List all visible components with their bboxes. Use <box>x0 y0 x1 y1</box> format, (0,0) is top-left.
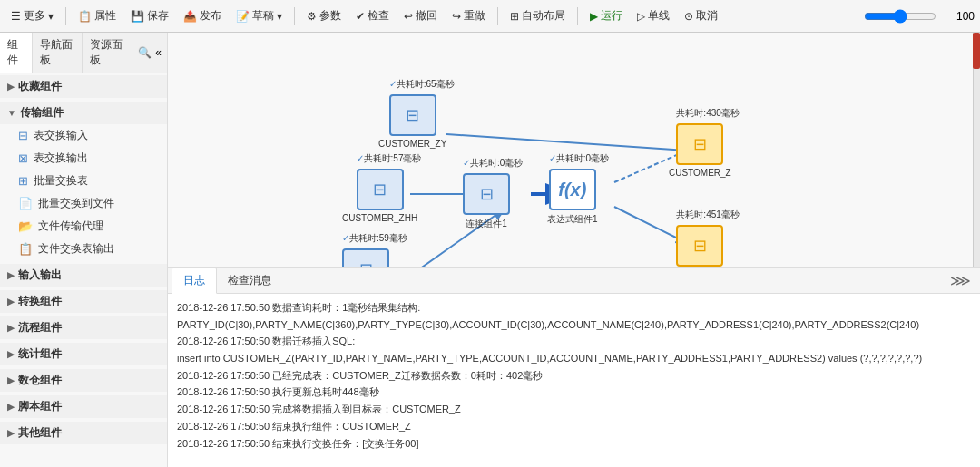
table-export-icon: ⊠ <box>18 151 28 165</box>
canvas-scrollbar[interactable] <box>973 33 980 267</box>
node-customer-3[interactable]: ✓共耗时:59毫秒 ⊟ <box>342 248 389 268</box>
item-batch-table[interactable]: ⊞ 批量交换表 <box>0 170 167 192</box>
log-line-7: 2018-12-26 17:50:50 结束执行组件：CUSTOMER_Z <box>177 418 971 435</box>
node-customer-z2[interactable]: 共耗时:451毫秒 ⊟ CUSTOMER_Z <box>669 225 731 268</box>
toolbar: ☰ 更多 ▾ 📋 属性 💾 保存 📤 发布 📝 草稿 ▾ ⚙ 参数 ✔ 检查 ↩… <box>0 0 980 33</box>
log-line-5: 2018-12-26 17:50:50 执行更新总耗时448毫秒 <box>177 384 971 401</box>
log-line-8: 2018-12-26 17:50:50 结束执行交换任务：[交换任务00] <box>177 435 971 452</box>
canvas-area[interactable]: · · · · · ✓共耗时:65毫秒 ⊟ CUSTOMER_ZY ✓共耗时:5… <box>168 33 980 268</box>
item-table-export[interactable]: ⊠ 表交换输出 <box>0 147 167 170</box>
section-stats: ▶ 统计组件 <box>0 341 167 367</box>
more-button[interactable]: ☰ 更多 ▾ <box>5 6 59 25</box>
tab-log[interactable]: 日志 <box>172 268 217 294</box>
chevron-down-icon: ▾ <box>48 10 54 23</box>
file-table-export-icon: 📋 <box>18 242 33 256</box>
log-line-3: insert into CUSTOMER_Z(PARTY_ID,PARTY_NA… <box>177 350 971 367</box>
script-header[interactable]: ▶ 脚本组件 <box>0 395 167 418</box>
check-mark: ✓ <box>389 79 397 89</box>
table-import-icon: ⊟ <box>18 129 28 142</box>
save-button[interactable]: 💾 保存 <box>125 6 174 25</box>
node-customer-z1[interactable]: 共耗时:430毫秒 ⊟ CUSTOMER_Z <box>669 123 731 178</box>
check-mark3: ✓ <box>342 233 349 243</box>
transfer-header[interactable]: ▼ 传输组件 <box>0 102 167 124</box>
undo-button[interactable]: ↩ 撤回 <box>398 6 443 25</box>
menu-icon: ☰ <box>11 10 21 23</box>
log-line-6: 2018-12-26 17:50:50 完成将数据插入到目标表：CUSTOMER… <box>177 401 971 418</box>
item-batch-file[interactable]: 📄 批量交换到文件 <box>0 192 167 215</box>
attr-button[interactable]: 📋 属性 <box>73 6 122 25</box>
node-func1[interactable]: ✓共耗时:0毫秒 f(x) 表达式组件1 <box>547 169 598 226</box>
collapse-icon[interactable]: « <box>155 46 162 59</box>
batch-file-icon: 📄 <box>18 197 33 210</box>
node-box-join1[interactable]: ⊟ <box>463 173 510 215</box>
func-box-1[interactable]: f(x) <box>549 169 596 210</box>
undo-icon: ↩ <box>404 10 413 23</box>
toolbar-right: 100 <box>864 9 975 24</box>
check-mark4: ✓ <box>463 158 470 168</box>
log-line-2: 2018-12-26 17:50:50 数据迁移插入SQL: <box>177 333 971 350</box>
label-join1: 连接组件1 <box>466 218 507 230</box>
auto-layout-button[interactable]: ⊞ 自动布局 <box>505 6 571 25</box>
tab-navigation[interactable]: 导航面板 <box>33 33 83 73</box>
left-panel: 组件 导航面板 资源面板 🔍 « ▶ 收藏组件 ▼ 传输组件 ⊟ 表交换输入 <box>0 33 168 467</box>
timing-customer-zhh: ✓共耗时:57毫秒 <box>357 152 422 165</box>
flow-header[interactable]: ▶ 流程组件 <box>0 316 167 339</box>
right-content: · · · · · ✓共耗时:65毫秒 ⊟ CUSTOMER_ZY ✓共耗时:5… <box>168 33 980 467</box>
node-box-z1[interactable]: ⊟ <box>676 123 723 165</box>
save-icon: 💾 <box>131 10 144 23</box>
node-box-3[interactable]: ⊟ <box>342 248 389 268</box>
run-button[interactable]: ▶ 运行 <box>584 6 628 25</box>
tab-components[interactable]: 组件 <box>0 33 33 73</box>
separator <box>65 7 66 25</box>
label-customer-zhh: CUSTOMER_ZHH <box>342 213 417 223</box>
node-box-zhh[interactable]: ⊟ <box>357 169 404 210</box>
dw-header[interactable]: ▶ 数仓组件 <box>0 369 167 392</box>
cancel-button[interactable]: ⊙ 取消 <box>679 6 723 25</box>
file-proxy-icon: 📂 <box>18 219 33 233</box>
tab-resources[interactable]: 资源面板 <box>83 33 132 73</box>
item-file-table-export[interactable]: 📋 文件交换表输出 <box>0 238 167 260</box>
publish-button[interactable]: 📤 发布 <box>178 6 227 25</box>
node-box-z2[interactable]: ⊟ <box>676 225 723 267</box>
node-box-zy[interactable]: ⊟ <box>389 94 436 136</box>
log-line-4: 2018-12-26 17:50:50 已经完成表：CUSTOMER_Z迁移数据… <box>177 367 971 384</box>
redo-button[interactable]: ↪ 重做 <box>446 6 491 25</box>
single-icon: ▷ <box>637 10 645 23</box>
draft-icon: 📝 <box>236 10 250 23</box>
transform-header[interactable]: ▶ 转换组件 <box>0 290 167 313</box>
arrow-down-icon: ▼ <box>7 108 16 118</box>
expand-button[interactable]: ⋙ <box>945 270 976 291</box>
tab-check-message[interactable]: 检查消息 <box>217 268 282 293</box>
section-other: ▶ 其他组件 <box>0 420 167 446</box>
item-file-proxy[interactable]: 📂 文件传输代理 <box>0 215 167 238</box>
main-layout: 组件 导航面板 资源面板 🔍 « ▶ 收藏组件 ▼ 传输组件 ⊟ 表交换输入 <box>0 33 980 467</box>
node-customer-zy[interactable]: ✓共耗时:65毫秒 ⊟ CUSTOMER_ZY <box>378 94 446 149</box>
favorites-header[interactable]: ▶ 收藏组件 <box>0 75 167 98</box>
left-tab-actions: 🔍 « <box>132 33 167 73</box>
draft-button[interactable]: 📝 草稿 ▾ <box>230 6 288 25</box>
zoom-slider[interactable] <box>864 9 936 24</box>
io-header[interactable]: ▶ 输入输出 <box>0 264 167 287</box>
check-button[interactable]: ✔ 检查 <box>350 6 395 25</box>
log-panel: 日志 检查消息 ⋙ 2018-12-26 17:50:50 数据查询耗时：1毫秒… <box>168 268 980 467</box>
item-table-import[interactable]: ⊟ 表交换输入 <box>0 124 167 147</box>
node-customer-zhh[interactable]: ✓共耗时:57毫秒 ⊟ CUSTOMER_ZHH <box>342 169 417 223</box>
single-button[interactable]: ▷ 单线 <box>632 6 675 25</box>
publish-icon: 📤 <box>183 10 197 23</box>
params-icon: ⚙ <box>307 10 317 23</box>
cancel-icon: ⊙ <box>684 10 693 23</box>
search-icon[interactable]: 🔍 <box>138 46 152 59</box>
scrollbar-indicator <box>973 33 980 69</box>
transform-arrow-icon: ▶ <box>7 297 15 306</box>
node-join1[interactable]: ✓共耗时:0毫秒 ⊟ 连接组件1 <box>463 173 510 230</box>
other-header[interactable]: ▶ 其他组件 <box>0 422 167 444</box>
zoom-value: 100 <box>942 10 975 23</box>
section-transform: ▶ 转换组件 <box>0 288 167 315</box>
attr-icon: 📋 <box>78 10 92 23</box>
params-button[interactable]: ⚙ 参数 <box>301 6 347 25</box>
separator3 <box>497 7 498 25</box>
flow-arrow-icon: ▶ <box>7 323 15 333</box>
arrow-right-icon: ▶ <box>7 82 15 92</box>
stats-header[interactable]: ▶ 统计组件 <box>0 343 167 365</box>
stats-arrow-icon: ▶ <box>7 349 15 359</box>
